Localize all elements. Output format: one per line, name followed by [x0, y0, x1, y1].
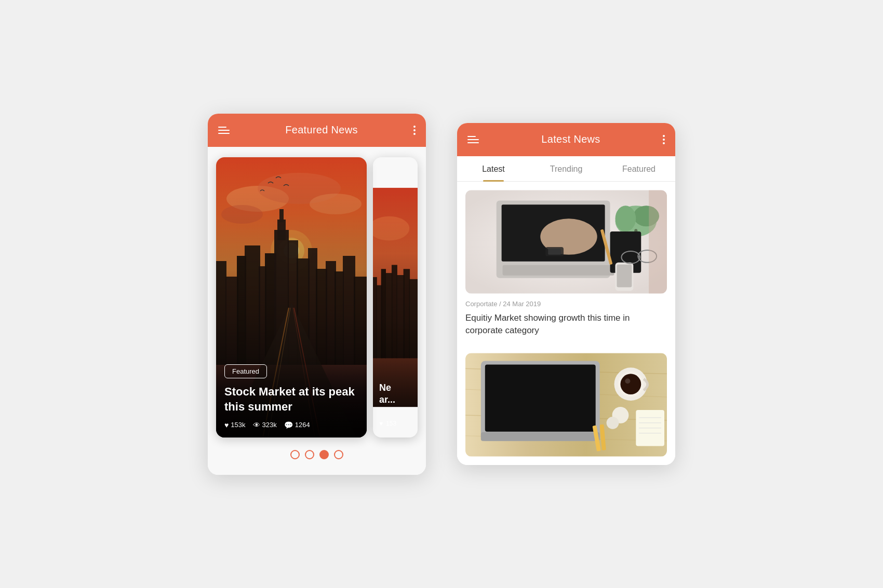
- tab-featured[interactable]: Featured: [603, 156, 675, 181]
- svg-point-70: [620, 374, 641, 395]
- carousel-dots: [290, 450, 343, 459]
- secondary-card-stats: ♥ 153: [379, 420, 396, 427]
- featured-news-phone: Featured News: [208, 114, 426, 475]
- latest-news-phone: Latest News Latest Trending Featured: [457, 123, 675, 466]
- heart-icon-2: ♥: [379, 420, 383, 427]
- latest-news-header: Latest News: [457, 123, 675, 156]
- heart-icon: ♥: [224, 421, 229, 429]
- eye-icon: 👁: [253, 421, 260, 429]
- cards-row: Featured Stock Market at its peak this s…: [216, 157, 418, 437]
- featured-content-area: Featured Stock Market at its peak this s…: [208, 147, 426, 475]
- secondary-card-title: Ne: [379, 382, 413, 394]
- likes-count: 153k: [231, 421, 245, 429]
- svg-point-73: [607, 417, 619, 429]
- featured-badge: Featured: [224, 364, 267, 378]
- comments-stat: 💬 1264: [284, 421, 310, 429]
- views-count: 323k: [262, 421, 277, 429]
- secondary-featured-card[interactable]: Ne ar... ♥ 153: [373, 157, 418, 437]
- card-stats: ♥ 153k 👁 323k 💬 1264: [224, 421, 358, 429]
- comment-icon: 💬: [284, 421, 293, 429]
- workspace-typing-image: [465, 190, 667, 294]
- comments-count: 1264: [295, 421, 310, 429]
- news-articles-list: Corportate / 24 Mar 2019 Equitiy Market …: [457, 182, 675, 466]
- more-options-icon-right[interactable]: [663, 135, 665, 144]
- likes-stat: ♥ 153k: [224, 421, 246, 429]
- featured-news-header: Featured News: [208, 114, 426, 147]
- menu-icon[interactable]: [218, 127, 230, 134]
- more-options-icon[interactable]: [413, 126, 416, 135]
- svg-rect-40: [373, 187, 418, 406]
- tab-latest[interactable]: Latest: [457, 156, 530, 181]
- dot-0[interactable]: [290, 450, 300, 459]
- article-1-image: [465, 190, 667, 294]
- secondary-card-text: Ne ar...: [379, 382, 413, 406]
- svg-rect-54: [617, 264, 632, 287]
- dot-2-active[interactable]: [319, 450, 329, 459]
- svg-rect-44: [503, 265, 614, 275]
- news-tabs: Latest Trending Featured: [457, 156, 675, 182]
- svg-rect-59: [649, 190, 667, 293]
- main-featured-card[interactable]: Featured Stock Market at its peak this s…: [216, 157, 367, 437]
- card-overlay: Featured Stock Market at its peak this s…: [216, 354, 367, 437]
- secondary-likes: 153: [386, 420, 396, 427]
- article-1: Corportate / 24 Mar 2019 Equitiy Market …: [457, 182, 675, 337]
- laptop-desk-image: [465, 353, 667, 457]
- secondary-card-title-2: ar...: [379, 394, 413, 406]
- article-1-title: Equitiy Market showing growth this time …: [465, 312, 667, 337]
- dot-1[interactable]: [305, 450, 314, 459]
- article-2: [457, 336, 675, 465]
- svg-point-71: [625, 379, 630, 384]
- article-1-meta: Corportate / 24 Mar 2019: [465, 300, 667, 308]
- svg-point-50: [616, 206, 636, 231]
- views-stat: 👁 323k: [253, 421, 277, 429]
- latest-news-title: Latest News: [541, 133, 600, 145]
- card-title: Stock Market at its peak this summer: [224, 385, 358, 414]
- tab-trending[interactable]: Trending: [530, 156, 603, 181]
- svg-rect-47: [548, 249, 561, 255]
- article-2-image: [465, 353, 667, 457]
- dot-3[interactable]: [334, 450, 343, 459]
- menu-icon-right[interactable]: [467, 136, 479, 143]
- svg-rect-67: [481, 432, 600, 441]
- svg-rect-66: [485, 365, 596, 432]
- featured-news-title: Featured News: [285, 124, 358, 136]
